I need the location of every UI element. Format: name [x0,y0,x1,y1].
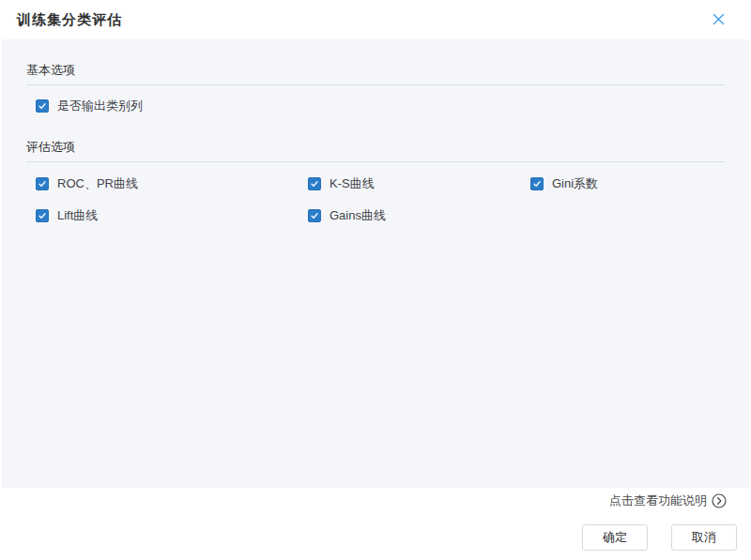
evaluation-options-grid: ROC、PR曲线 K-S曲线 G [36,175,725,224]
close-button[interactable] [710,11,727,28]
check-icon [36,209,49,222]
checkbox-gini-coefficient[interactable]: Gini系数 [530,175,725,192]
check-icon [530,177,544,190]
dialog-title: 训练集分类评估 [17,11,122,29]
checkbox-label: Gini系数 [552,175,598,192]
section-evaluation-options: 评估选项 ROC、PR曲线 K-S曲 [26,139,725,224]
check-icon [308,209,321,222]
checkbox-label: 是否输出类别列 [57,98,143,114]
section-title-basic: 基本选项 [26,62,725,85]
grid-empty-cell [530,207,725,224]
dialog-footer: 点击查看功能说明 确定 取消 [0,488,751,560]
close-icon [713,12,725,28]
basic-option-row: 是否输出类别列 [36,98,725,114]
checkbox-gains-curve[interactable]: Gains曲线 [308,207,530,224]
circle-arrow-right-icon [712,493,727,508]
dialog-body: 基本选项 是否输出类别列 评估选项 [2,39,749,488]
button-row: 确定 取消 [0,524,751,551]
check-icon [36,99,49,113]
checkbox-label: K-S曲线 [330,175,375,192]
checkbox-label: ROC、PR曲线 [57,175,138,192]
checkbox-roc-pr-curve[interactable]: ROC、PR曲线 [36,175,308,192]
checkbox-output-category-column[interactable]: 是否输出类别列 [36,98,143,114]
dialog-header: 训练集分类评估 [0,0,751,39]
ok-button[interactable]: 确定 [582,524,648,551]
help-link-label: 点击查看功能说明 [609,492,707,509]
checkbox-label: Gains曲线 [330,207,386,224]
checkbox-ks-curve[interactable]: K-S曲线 [308,175,530,192]
check-icon [308,177,321,190]
check-icon [36,177,49,190]
training-set-classification-evaluation-dialog: 训练集分类评估 基本选项 是否输出类别列 [0,0,751,560]
checkbox-lift-curve[interactable]: Lift曲线 [36,207,308,224]
section-basic-options: 基本选项 是否输出类别列 [26,39,725,114]
section-title-evaluation: 评估选项 [26,139,725,162]
cancel-button[interactable]: 取消 [671,524,737,551]
help-link[interactable]: 点击查看功能说明 [609,492,727,509]
checkbox-label: Lift曲线 [57,207,98,224]
help-row: 点击查看功能说明 [0,492,751,510]
